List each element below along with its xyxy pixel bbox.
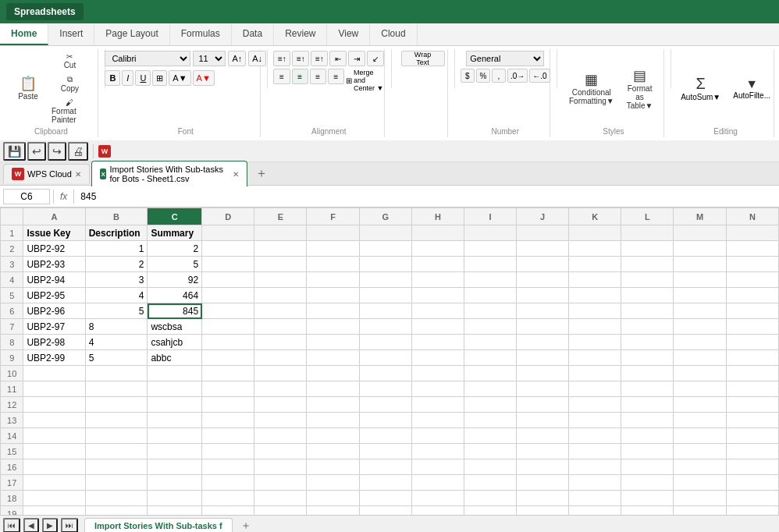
border-button[interactable]: ⊞ <box>152 70 167 86</box>
csv-file-tab-close[interactable]: ✕ <box>233 170 239 179</box>
cell-k14[interactable] <box>569 428 621 444</box>
col-header-j[interactable]: J <box>517 208 569 225</box>
cell-a16[interactable] <box>23 459 85 475</box>
cell-g5[interactable] <box>359 288 411 303</box>
indent-increase-button[interactable]: ⇥ <box>348 51 365 66</box>
cell-k19[interactable] <box>569 506 621 516</box>
cell-g9[interactable] <box>359 350 411 366</box>
wrap-text-button[interactable]: WrapText <box>401 51 445 66</box>
row-header-5[interactable]: 5 <box>1 288 23 303</box>
cell-n17[interactable] <box>726 475 778 491</box>
font-family-select[interactable]: Calibri <box>105 51 190 66</box>
cell-k12[interactable] <box>569 397 621 413</box>
cell-j4[interactable] <box>517 272 569 288</box>
tab-view[interactable]: View <box>327 23 370 45</box>
cell-e2[interactable] <box>254 241 307 257</box>
cell-m7[interactable] <box>674 319 726 335</box>
cell-f9[interactable] <box>307 350 359 366</box>
cell-l17[interactable] <box>621 475 674 491</box>
row-header-13[interactable]: 13 <box>1 413 23 428</box>
cell-a8[interactable]: UBP2-98 <box>23 335 85 350</box>
cell-h18[interactable] <box>411 491 464 506</box>
cell-b11[interactable] <box>85 381 148 397</box>
cell-reference-input[interactable] <box>3 189 50 204</box>
tab-review[interactable]: Review <box>274 23 327 45</box>
cell-d14[interactable] <box>202 428 254 444</box>
row-header-2[interactable]: 2 <box>1 241 23 257</box>
indent-decrease-button[interactable]: ⇤ <box>329 51 347 66</box>
cell-g3[interactable] <box>359 257 411 272</box>
cell-e4[interactable] <box>254 272 307 288</box>
cell-d8[interactable] <box>202 335 254 350</box>
cell-m10[interactable] <box>674 366 726 381</box>
first-sheet-button[interactable]: ⏮ <box>3 518 20 532</box>
cell-n19[interactable] <box>726 506 778 516</box>
tab-insert[interactable]: Insert <box>48 23 94 45</box>
font-size-select[interactable]: 11 <box>193 51 226 66</box>
cell-c7[interactable]: wscbsa <box>148 319 202 335</box>
bold-button[interactable]: B <box>105 70 120 86</box>
cell-d11[interactable] <box>202 381 254 397</box>
cell-l3[interactable] <box>621 257 674 272</box>
cell-i18[interactable] <box>464 491 517 506</box>
cell-a5[interactable]: UBP2-95 <box>23 288 85 303</box>
cell-l7[interactable] <box>621 319 674 335</box>
cell-i13[interactable] <box>464 413 517 428</box>
cell-k8[interactable] <box>569 335 621 350</box>
underline-button[interactable]: U <box>135 70 151 86</box>
wps-cloud-tab[interactable]: W WPS Cloud ✕ <box>3 164 90 183</box>
add-tab-button[interactable]: ＋ <box>249 162 274 185</box>
cell-b12[interactable] <box>85 397 148 413</box>
cell-h15[interactable] <box>411 444 464 459</box>
align-justify-button[interactable]: ≡ <box>328 69 344 84</box>
cell-f6[interactable] <box>307 303 359 319</box>
wps-cloud-tab-close[interactable]: ✕ <box>75 170 81 179</box>
cell-j9[interactable] <box>517 350 569 366</box>
cell-c9[interactable]: abbc <box>148 350 202 366</box>
cell-a13[interactable] <box>23 413 85 428</box>
cell-n7[interactable] <box>726 319 778 335</box>
cell-f19[interactable] <box>307 506 359 516</box>
cell-k2[interactable] <box>569 241 621 257</box>
cell-f16[interactable] <box>307 459 359 475</box>
cell-h10[interactable] <box>411 366 464 381</box>
row-header-3[interactable]: 3 <box>1 257 23 272</box>
merge-center-button[interactable]: ⊞ Merge andCenter ▼ <box>346 69 384 92</box>
cell-f11[interactable] <box>307 381 359 397</box>
cell-b4[interactable]: 3 <box>85 272 148 288</box>
cell-a14[interactable] <box>23 428 85 444</box>
cell-n9[interactable] <box>726 350 778 366</box>
cell-a10[interactable] <box>23 366 85 381</box>
cell-f4[interactable] <box>307 272 359 288</box>
cell-l18[interactable] <box>621 491 674 506</box>
cell-k6[interactable] <box>569 303 621 319</box>
cell-n8[interactable] <box>726 335 778 350</box>
cell-n5[interactable] <box>726 288 778 303</box>
col-header-d[interactable]: D <box>202 208 254 225</box>
cell-a9[interactable]: UBP2-99 <box>23 350 85 366</box>
cell-b6[interactable]: 5 <box>85 303 148 319</box>
cell-f10[interactable] <box>307 366 359 381</box>
cell-b17[interactable] <box>85 475 148 491</box>
cell-j10[interactable] <box>517 366 569 381</box>
cell-b8[interactable]: 4 <box>85 335 148 350</box>
cell-h17[interactable] <box>411 475 464 491</box>
cell-d7[interactable] <box>202 319 254 335</box>
cell-g18[interactable] <box>359 491 411 506</box>
cell-g4[interactable] <box>359 272 411 288</box>
cell-h4[interactable] <box>411 272 464 288</box>
csv-file-tab[interactable]: X Import Stories With Sub-tasks for Bots… <box>91 161 247 186</box>
cell-g17[interactable] <box>359 475 411 491</box>
cell-e16[interactable] <box>254 459 307 475</box>
cell-e19[interactable] <box>254 506 307 516</box>
prev-sheet-button[interactable]: ◀ <box>23 518 39 532</box>
row-header-6[interactable]: 6 <box>1 303 23 319</box>
cell-i16[interactable] <box>464 459 517 475</box>
cell-k4[interactable] <box>569 272 621 288</box>
app-title[interactable]: Spreadsheets <box>6 3 84 20</box>
cell-g19[interactable] <box>359 506 411 516</box>
col-header-l[interactable]: L <box>621 208 674 225</box>
cell-n11[interactable] <box>726 381 778 397</box>
cell-m19[interactable] <box>674 506 726 516</box>
cell-m15[interactable] <box>674 444 726 459</box>
